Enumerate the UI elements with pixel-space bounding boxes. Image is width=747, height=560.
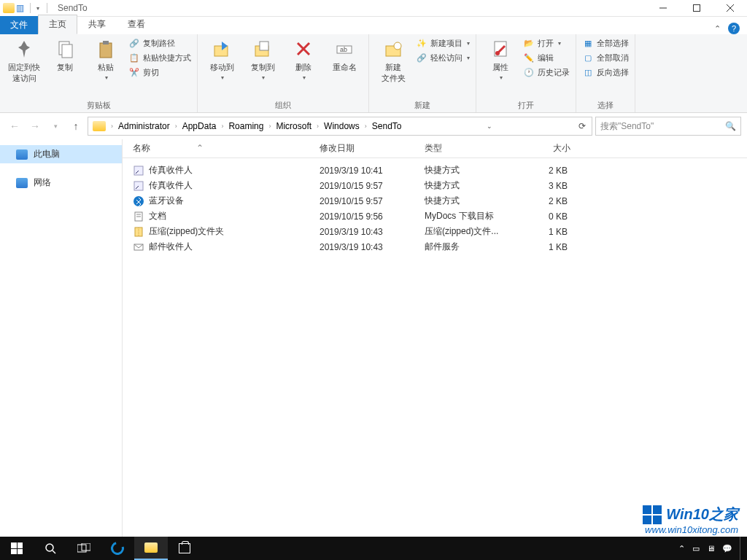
file-row[interactable]: 文档 2019/10/15 9:56 MyDocs 下载目标 0 KB <box>123 209 747 224</box>
recent-dropdown[interactable]: ▾ <box>47 117 64 135</box>
help-icon[interactable]: ? <box>728 23 740 34</box>
sidebar-item-network[interactable]: 网络 <box>0 174 122 192</box>
start-button[interactable] <box>0 537 34 560</box>
shortcut-icon <box>133 180 144 192</box>
chevron-right-icon[interactable]: › <box>219 122 225 130</box>
store-button[interactable] <box>168 537 201 560</box>
address-bar[interactable]: › Administrator › AppData › Roaming › Mi… <box>88 117 592 136</box>
separator <box>47 3 47 13</box>
qat-dropdown-icon[interactable]: ▾ <box>36 5 39 12</box>
zip-icon <box>133 226 144 238</box>
breadcrumb[interactable]: Windows <box>321 121 363 131</box>
edge-button[interactable] <box>101 537 134 560</box>
minimize-button[interactable] <box>646 0 680 17</box>
group-select: 选择 <box>582 98 629 111</box>
doc-icon <box>133 211 144 222</box>
column-name[interactable]: 名称 ⌃ <box>133 142 320 155</box>
properties-button[interactable]: 属性▾ <box>482 37 519 81</box>
chevron-right-icon[interactable]: › <box>173 122 179 130</box>
paste-button[interactable]: 粘贴▾ <box>88 37 124 81</box>
qat-save-icon[interactable]: ▥ <box>16 3 24 13</box>
cut-button[interactable]: ✂️剪切 <box>128 66 191 78</box>
file-size: 3 KB <box>512 181 568 191</box>
file-date: 2019/10/15 9:57 <box>320 181 425 191</box>
file-name: 邮件收件人 <box>149 241 320 253</box>
column-type[interactable]: 类型 <box>425 142 512 155</box>
tray-input-icon[interactable]: ▭ <box>692 544 700 553</box>
tab-view[interactable]: 查看 <box>117 15 156 34</box>
folder-icon <box>93 121 106 131</box>
edit-button[interactable]: ✏️编辑 <box>523 52 570 63</box>
pasteshortcut-button[interactable]: 📋粘贴快捷方式 <box>128 52 191 63</box>
breadcrumb[interactable]: Administrator <box>115 121 173 131</box>
file-row[interactable]: 传真收件人 2019/10/15 9:57 快捷方式 3 KB <box>123 178 747 193</box>
tab-share[interactable]: 共享 <box>77 15 117 34</box>
maximize-button[interactable] <box>680 0 713 17</box>
file-row[interactable]: 邮件收件人 2019/3/19 10:43 邮件服务 1 KB <box>123 239 747 254</box>
collapse-ribbon-icon[interactable]: ⌃ <box>714 24 721 34</box>
close-button[interactable] <box>713 0 747 17</box>
rename-button[interactable]: ab重命名 <box>326 37 363 73</box>
search-input[interactable]: 搜索"SendTo" 🔍 <box>595 117 741 136</box>
back-button[interactable]: ← <box>6 117 23 135</box>
newfolder-button[interactable]: 新建 文件夹 <box>375 37 411 84</box>
group-clipboard: 剪贴板 <box>6 98 191 111</box>
sidebar-item-label: 网络 <box>34 176 51 189</box>
pin-button[interactable]: 固定到快 速访问 <box>6 37 42 84</box>
column-date[interactable]: 修改日期 <box>320 142 425 155</box>
history-button[interactable]: 🕐历史记录 <box>523 66 570 78</box>
invert-button[interactable]: ◫反向选择 <box>582 66 629 78</box>
explorer-button[interactable] <box>134 537 168 560</box>
search-placeholder: 搜索"SendTo" <box>600 120 654 133</box>
tab-file[interactable]: 文件 <box>0 16 38 34</box>
file-type: 邮件服务 <box>425 241 512 253</box>
copy-button[interactable]: 复制 <box>47 37 83 73</box>
show-desktop[interactable] <box>740 537 743 560</box>
file-name: 压缩(zipped)文件夹 <box>149 225 320 238</box>
separator <box>30 3 31 13</box>
file-row[interactable]: 压缩(zipped)文件夹 2019/3/19 10:43 压缩(zipped)… <box>123 224 747 239</box>
selectall-button[interactable]: ▦全部选择 <box>582 37 629 49</box>
mail-icon <box>133 241 144 253</box>
breadcrumb[interactable]: SendTo <box>369 121 405 131</box>
column-size[interactable]: 大小 <box>512 142 570 155</box>
file-type: MyDocs 下载目标 <box>425 210 512 222</box>
sidebar-item-thispc[interactable]: 此电脑 <box>0 145 122 163</box>
copyto-button[interactable]: 复制到▾ <box>244 37 281 81</box>
breadcrumb[interactable]: Roaming <box>225 121 266 131</box>
file-size: 0 KB <box>512 211 568 222</box>
breadcrumb[interactable]: Microsoft <box>273 121 314 131</box>
tray-chevron-icon[interactable]: ⌃ <box>678 544 685 553</box>
file-row[interactable]: 传真收件人 2019/3/19 10:41 快捷方式 2 KB <box>123 163 747 178</box>
tray-network-icon[interactable]: 🖥 <box>707 544 715 553</box>
search-icon[interactable]: 🔍 <box>725 121 736 131</box>
selectnone-button[interactable]: ▢全部取消 <box>582 52 629 63</box>
file-date: 2019/3/19 10:41 <box>320 166 425 176</box>
open-button[interactable]: 📂打开▾ <box>523 37 570 49</box>
file-row[interactable]: 蓝牙设备 2019/10/15 9:57 快捷方式 2 KB <box>123 193 747 209</box>
newitem-button[interactable]: ✨新建项目▾ <box>416 37 470 49</box>
refresh-icon[interactable]: ⟳ <box>574 121 590 131</box>
tray-notification-icon[interactable]: 💬 <box>722 544 732 553</box>
svg-point-16 <box>394 42 401 50</box>
easyaccess-button[interactable]: 🔗轻松访问▾ <box>416 52 470 63</box>
tab-home[interactable]: 主页 <box>38 15 77 34</box>
watermark-url: www.win10xitong.com <box>643 524 738 535</box>
chevron-right-icon[interactable]: › <box>363 122 369 130</box>
file-name: 文档 <box>149 210 320 222</box>
forward-button[interactable]: → <box>26 117 44 135</box>
taskview-button[interactable] <box>67 537 101 560</box>
delete-button[interactable]: 删除▾ <box>285 37 322 81</box>
copypath-button[interactable]: 🔗复制路径 <box>128 37 191 49</box>
addr-dropdown-icon[interactable]: ⌄ <box>482 122 497 130</box>
file-date: 2019/10/15 9:56 <box>320 211 425 222</box>
chevron-right-icon[interactable]: › <box>109 122 115 130</box>
chevron-right-icon[interactable]: › <box>266 122 273 130</box>
group-new: 新建 <box>375 98 470 111</box>
search-button[interactable] <box>34 537 67 560</box>
breadcrumb[interactable]: AppData <box>179 121 220 131</box>
chevron-right-icon[interactable]: › <box>314 122 321 130</box>
watermark: Win10之家 www.win10xitong.com <box>643 505 738 535</box>
up-button[interactable]: ↑ <box>67 117 85 135</box>
moveto-button[interactable]: 移动到▾ <box>204 37 240 81</box>
